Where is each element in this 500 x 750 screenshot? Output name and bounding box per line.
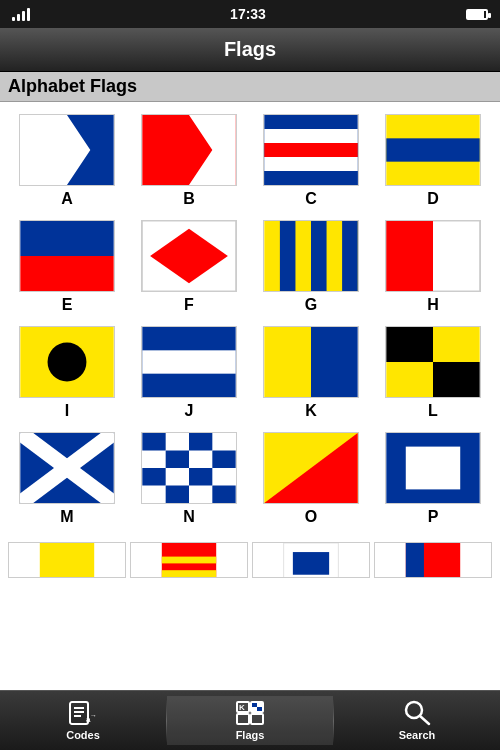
- svg-rect-68: [251, 714, 263, 724]
- flag-o-image: [263, 432, 359, 504]
- svg-rect-67: [237, 714, 249, 724]
- flag-p-image: [385, 432, 481, 504]
- list-item[interactable]: B: [130, 110, 248, 212]
- status-left: [12, 7, 30, 21]
- svg-rect-5: [264, 129, 357, 143]
- list-item[interactable]: J: [130, 322, 248, 424]
- svg-rect-26: [311, 327, 358, 397]
- status-bar: 17:33: [0, 0, 500, 28]
- list-item[interactable]: E: [8, 216, 126, 318]
- list-item[interactable]: O: [252, 428, 370, 530]
- svg-rect-41: [166, 486, 189, 504]
- flag-a-label: A: [61, 190, 73, 208]
- page-title: Flags: [224, 38, 276, 61]
- flag-m-image: [19, 432, 115, 504]
- list-item[interactable]: M: [8, 428, 126, 530]
- svg-text:K: K: [239, 703, 245, 712]
- tab-bar: a → Codes K Flags: [0, 690, 500, 750]
- list-item[interactable]: D: [374, 110, 492, 212]
- flag-f-image: [141, 220, 237, 292]
- svg-rect-29: [386, 362, 433, 397]
- flag-r-partial: [130, 542, 248, 578]
- flag-d-label: D: [427, 190, 439, 208]
- tab-search-label: Search: [399, 729, 436, 741]
- flag-b-image: [141, 114, 237, 186]
- flag-i-label: I: [65, 402, 69, 420]
- list-item[interactable]: N: [130, 428, 248, 530]
- flag-j-label: J: [185, 402, 194, 420]
- svg-rect-37: [166, 451, 189, 469]
- flag-c-image: [263, 114, 359, 186]
- list-item[interactable]: L: [374, 322, 492, 424]
- flag-q-partial: [8, 542, 126, 578]
- svg-rect-17: [311, 221, 327, 291]
- signal-icon: [12, 7, 30, 21]
- tab-codes-label: Codes: [66, 729, 100, 741]
- flags-grid: A B: [0, 102, 500, 538]
- battery-icon: [466, 9, 488, 20]
- search-icon: [402, 700, 432, 726]
- list-item[interactable]: F: [130, 216, 248, 318]
- flag-n-image: [141, 432, 237, 504]
- tab-codes[interactable]: a → Codes: [0, 696, 166, 745]
- flag-c-label: C: [305, 190, 317, 208]
- flag-k-image: [263, 326, 359, 398]
- list-item[interactable]: A: [8, 110, 126, 212]
- svg-rect-42: [212, 486, 235, 504]
- svg-rect-30: [433, 362, 480, 397]
- flag-l-label: L: [428, 402, 438, 420]
- svg-rect-16: [280, 221, 296, 291]
- flag-f-label: F: [184, 296, 194, 314]
- section-header: Alphabet Flags: [0, 72, 500, 102]
- svg-rect-36: [189, 433, 212, 451]
- list-item[interactable]: K: [252, 322, 370, 424]
- tab-search[interactable]: Search: [334, 696, 500, 745]
- status-time: 17:33: [230, 6, 266, 22]
- partial-flags-row: [0, 538, 500, 578]
- svg-rect-28: [433, 327, 480, 362]
- svg-rect-38: [212, 451, 235, 469]
- svg-rect-11: [20, 221, 113, 256]
- section-header-label: Alphabet Flags: [8, 76, 137, 96]
- content-area: Alphabet Flags A B: [0, 72, 500, 690]
- list-item[interactable]: H: [374, 216, 492, 318]
- flag-s-partial: [252, 542, 370, 578]
- svg-rect-39: [142, 468, 165, 486]
- flag-h-label: H: [427, 296, 439, 314]
- flag-k-label: K: [305, 402, 317, 420]
- flag-g-label: G: [305, 296, 317, 314]
- nav-bar: Flags: [0, 28, 500, 72]
- svg-rect-7: [264, 157, 357, 171]
- svg-rect-6: [264, 143, 357, 157]
- list-item[interactable]: P: [374, 428, 492, 530]
- svg-rect-56: [74, 707, 84, 709]
- svg-rect-27: [386, 327, 433, 362]
- svg-rect-25: [264, 327, 311, 397]
- flag-h-image: [385, 220, 481, 292]
- svg-rect-66: [257, 707, 262, 711]
- flag-a-image: [19, 114, 115, 186]
- flag-e-label: E: [62, 296, 73, 314]
- svg-rect-54: [406, 543, 424, 578]
- codes-icon: a →: [68, 700, 98, 726]
- tab-flags-label: Flags: [236, 729, 265, 741]
- svg-rect-12: [20, 256, 113, 291]
- tab-flags[interactable]: K Flags: [167, 696, 333, 745]
- svg-line-71: [420, 716, 429, 724]
- svg-rect-18: [342, 221, 358, 291]
- flag-e-image: [19, 220, 115, 292]
- list-item[interactable]: C: [252, 110, 370, 212]
- flag-m-label: M: [60, 508, 73, 526]
- list-item[interactable]: G: [252, 216, 370, 318]
- flag-o-label: O: [305, 508, 317, 526]
- list-item[interactable]: I: [8, 322, 126, 424]
- flag-n-label: N: [183, 508, 195, 526]
- flag-i-image: [19, 326, 115, 398]
- flags-icon: K: [235, 700, 265, 726]
- svg-text:→: →: [90, 712, 97, 719]
- svg-rect-58: [74, 715, 81, 717]
- svg-rect-8: [264, 171, 357, 185]
- svg-rect-50: [162, 570, 216, 577]
- flag-j-image: [141, 326, 237, 398]
- svg-rect-65: [252, 707, 257, 711]
